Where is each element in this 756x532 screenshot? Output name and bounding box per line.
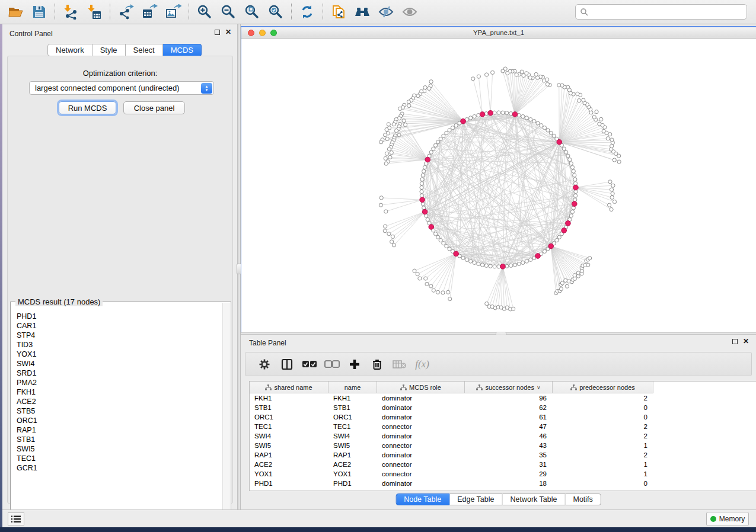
network-leaf-node[interactable] bbox=[392, 123, 395, 126]
network-leaf-node[interactable] bbox=[379, 203, 382, 207]
network-leaf-node[interactable] bbox=[613, 200, 616, 203]
network-leaf-node[interactable] bbox=[392, 243, 395, 247]
network-leaf-node[interactable] bbox=[610, 138, 614, 142]
network-leaf-node[interactable] bbox=[485, 73, 489, 76]
network-leaf-node[interactable] bbox=[613, 158, 616, 162]
mcds-result-scrollbar[interactable] bbox=[222, 303, 230, 520]
zoom-fit-icon[interactable] bbox=[240, 2, 264, 22]
mcds-result-item[interactable]: RAP1 bbox=[17, 425, 222, 435]
network-leaf-node[interactable] bbox=[611, 184, 615, 187]
table-row[interactable]: TEC1TEC1connector472 bbox=[250, 422, 756, 431]
table-row[interactable]: SWI4SWI4dominator462 bbox=[250, 431, 756, 441]
network-node[interactable] bbox=[525, 259, 528, 263]
network-leaf-node[interactable] bbox=[402, 119, 406, 123]
network-leaf-node[interactable] bbox=[582, 98, 585, 102]
tab-style[interactable]: Style bbox=[92, 44, 126, 56]
mcds-hub-node[interactable] bbox=[566, 221, 571, 226]
network-node[interactable] bbox=[493, 265, 496, 268]
network-node[interactable] bbox=[422, 169, 426, 173]
network-leaf-node[interactable] bbox=[407, 104, 411, 107]
table-tab-motifs[interactable]: Motifs bbox=[565, 493, 601, 505]
network-leaf-node[interactable] bbox=[385, 152, 388, 155]
mcds-hub-node[interactable] bbox=[425, 157, 430, 162]
column-header-name[interactable]: name bbox=[328, 382, 377, 393]
tab-select[interactable]: Select bbox=[126, 44, 163, 56]
import-table-icon[interactable] bbox=[82, 2, 106, 22]
save-session-icon[interactable] bbox=[27, 2, 51, 22]
network-node[interactable] bbox=[573, 194, 577, 197]
network-leaf-node[interactable] bbox=[384, 225, 387, 228]
show-all-icon[interactable] bbox=[398, 2, 422, 22]
delete-column-icon[interactable] bbox=[366, 355, 388, 374]
network-leaf-node[interactable] bbox=[477, 75, 480, 78]
network-node[interactable] bbox=[569, 214, 573, 217]
network-node[interactable] bbox=[420, 190, 423, 193]
network-node[interactable] bbox=[570, 165, 574, 169]
network-node[interactable] bbox=[543, 126, 546, 130]
network-node[interactable] bbox=[566, 154, 570, 158]
network-node[interactable] bbox=[540, 124, 543, 127]
network-node[interactable] bbox=[525, 116, 528, 120]
network-node[interactable] bbox=[555, 239, 559, 242]
network-leaf-node[interactable] bbox=[471, 77, 475, 81]
network-leaf-node[interactable] bbox=[617, 160, 621, 164]
network-leaf-node[interactable] bbox=[599, 117, 603, 121]
table-tab-network-table[interactable]: Network Table bbox=[503, 493, 566, 505]
network-node[interactable] bbox=[543, 249, 546, 253]
zoom-selected-icon[interactable] bbox=[264, 2, 288, 22]
refresh-layout-icon[interactable] bbox=[295, 2, 319, 22]
mcds-result-item[interactable]: STB5 bbox=[17, 406, 222, 416]
network-node[interactable] bbox=[572, 169, 575, 173]
network-leaf-node[interactable] bbox=[432, 289, 435, 292]
network-leaf-node[interactable] bbox=[576, 92, 579, 95]
network-node[interactable] bbox=[442, 134, 445, 137]
network-node[interactable] bbox=[439, 239, 442, 242]
network-leaf-node[interactable] bbox=[522, 73, 525, 77]
network-node[interactable] bbox=[436, 140, 440, 144]
network-leaf-node[interactable] bbox=[384, 210, 388, 213]
table-tab-node-table[interactable]: Node Table bbox=[395, 493, 449, 505]
network-leaf-node[interactable] bbox=[436, 290, 439, 294]
network-node[interactable] bbox=[501, 111, 505, 114]
search-box[interactable] bbox=[575, 4, 747, 20]
network-leaf-node[interactable] bbox=[515, 73, 518, 76]
network-node[interactable] bbox=[434, 143, 438, 147]
network-leaf-node[interactable] bbox=[429, 80, 433, 84]
network-node[interactable] bbox=[568, 158, 572, 161]
column-header-MCDS-role[interactable]: MCDS role bbox=[377, 382, 465, 393]
network-canvas[interactable] bbox=[241, 39, 756, 332]
select-all-icon[interactable] bbox=[298, 355, 321, 374]
network-leaf-node[interactable] bbox=[491, 70, 495, 74]
network-node[interactable] bbox=[421, 174, 425, 177]
network-leaf-node[interactable] bbox=[512, 307, 515, 310]
network-node[interactable] bbox=[546, 129, 550, 132]
network-node[interactable] bbox=[480, 263, 484, 267]
table-row[interactable]: FKH1FKH1dominator962 bbox=[250, 393, 756, 403]
mcds-hub-node[interactable] bbox=[420, 197, 425, 203]
mcds-hub-node[interactable] bbox=[512, 112, 518, 117]
mcds-hub-node[interactable] bbox=[429, 225, 434, 230]
network-node[interactable] bbox=[429, 150, 433, 154]
mcds-result-item[interactable]: PHD1 bbox=[17, 312, 222, 321]
network-leaf-node[interactable] bbox=[588, 257, 592, 260]
mcds-hub-node[interactable] bbox=[422, 209, 428, 214]
network-node[interactable] bbox=[420, 185, 423, 189]
tab-network[interactable]: Network bbox=[47, 44, 92, 56]
network-leaf-node[interactable] bbox=[546, 82, 549, 86]
network-leaf-node[interactable] bbox=[423, 86, 427, 89]
hide-selected-icon[interactable] bbox=[374, 2, 398, 22]
network-leaf-node[interactable] bbox=[385, 128, 388, 132]
mcds-result-item[interactable]: ACE2 bbox=[17, 397, 222, 406]
network-node[interactable] bbox=[521, 114, 525, 118]
network-leaf-node[interactable] bbox=[383, 133, 387, 137]
network-leaf-node[interactable] bbox=[446, 290, 450, 294]
network-leaf-node[interactable] bbox=[501, 69, 505, 73]
network-leaf-node[interactable] bbox=[573, 274, 576, 277]
task-history-button[interactable] bbox=[8, 512, 24, 525]
network-node[interactable] bbox=[451, 126, 454, 130]
network-leaf-node[interactable] bbox=[416, 273, 419, 276]
network-leaf-node[interactable] bbox=[397, 133, 401, 137]
network-leaf-node[interactable] bbox=[429, 284, 433, 288]
network-leaf-node[interactable] bbox=[602, 129, 605, 133]
export-image-icon[interactable] bbox=[161, 2, 185, 22]
